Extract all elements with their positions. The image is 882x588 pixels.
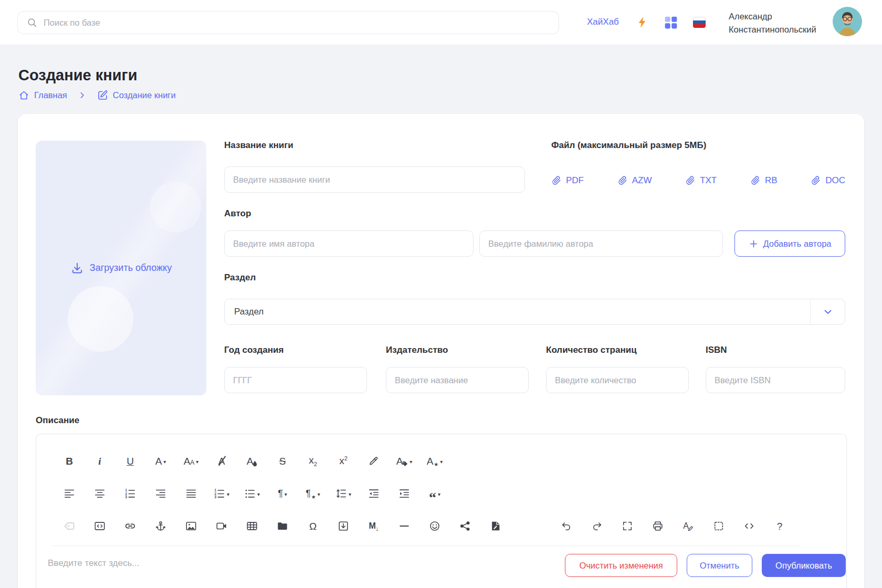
toolbar-file-download-button[interactable]	[328, 514, 359, 538]
section-select-chevron[interactable]	[810, 299, 845, 324]
toolbar-code-view-button[interactable]	[85, 514, 115, 538]
toolbar-fullscreen-button[interactable]	[612, 514, 643, 538]
paperclip-icon	[617, 175, 628, 186]
toolbar-help-button[interactable]: ?	[764, 514, 795, 538]
svg-text:3: 3	[214, 495, 216, 499]
clear-changes-button[interactable]: Очистить изменения	[565, 554, 677, 577]
author-last-name-input[interactable]	[479, 230, 723, 257]
toolbar-special-characters-button[interactable]: Ω	[298, 514, 328, 538]
toolbar-horizontal-rule-button[interactable]	[389, 514, 419, 538]
title-input[interactable]	[224, 166, 525, 193]
home-icon[interactable]	[18, 90, 29, 101]
editor-toolbar-row-1: BiUA▾AA▾AASx2x2A▾A★▾	[36, 445, 846, 477]
year-input[interactable]	[224, 367, 367, 393]
lightning-icon[interactable]	[636, 16, 649, 29]
file-format-rb-link[interactable]: RB	[750, 175, 778, 186]
toolbar-align-center-button[interactable]	[85, 481, 115, 506]
toolbar-anchor-button[interactable]	[145, 514, 176, 538]
search-icon	[26, 17, 38, 28]
section-select[interactable]: Раздел	[224, 299, 845, 325]
toolbar-ordered-list-button[interactable]: 123▾	[206, 481, 237, 506]
section-select-value: Раздел	[225, 307, 810, 317]
cover-upload-area[interactable]: Загрузить обложку	[36, 141, 206, 395]
cancel-button[interactable]: Отменить	[687, 554, 752, 577]
language-flag-icon[interactable]	[693, 17, 706, 28]
toolbar-font-size-button[interactable]: AA▾	[176, 449, 206, 473]
toolbar-select-all-button[interactable]	[704, 514, 734, 538]
toolbar-bold-button[interactable]: B	[54, 449, 85, 473]
toolbar-inline-class-button[interactable]: A▾	[389, 449, 419, 473]
toolbar-markdown-button[interactable]: M↓	[359, 514, 389, 538]
toolbar-superscript-button[interactable]: x2	[328, 449, 359, 473]
toolbar-insert-video-button[interactable]	[206, 514, 237, 538]
toolbar-underline-button[interactable]: U	[115, 449, 145, 473]
isbn-label: ISBN	[706, 345, 727, 355]
author-label: Автор	[224, 208, 251, 219]
toolbar-insert-link-button[interactable]	[115, 514, 145, 538]
toolbar-ordered-list-simple-button[interactable]: 123	[115, 481, 145, 506]
toolbar-font-family-button[interactable]: A▾	[145, 449, 176, 473]
chevron-right-icon	[78, 91, 86, 99]
editor-text-area[interactable]: Введите текст здесь...	[48, 558, 139, 569]
editor-toolbar-row-2: 123123▾▾¶▾¶★▾▾“▾	[36, 477, 846, 510]
toolbar-inline-style-button[interactable]: A★▾	[419, 449, 450, 473]
toolbar-text-color-button[interactable]: A	[237, 449, 267, 473]
toolbar-undo-button[interactable]	[551, 514, 582, 538]
toolbar-share-button[interactable]	[450, 514, 480, 538]
toolbar-align-justify-button[interactable]	[176, 481, 206, 506]
toolbar-code-button[interactable]	[734, 514, 764, 538]
search-input[interactable]	[17, 11, 559, 34]
author-first-name-input[interactable]	[224, 230, 474, 257]
description-editor: BiUA▾AA▾AASx2x2A▾A★▾ 123123▾▾¶▾¶★▾▾“▾ ΩM…	[36, 434, 847, 588]
topbar: ХайХаб Александр Константинопольский	[0, 0, 882, 45]
year-label: Год создания	[224, 345, 284, 355]
toolbar-quote-button[interactable]: “▾	[419, 481, 450, 506]
apps-grid-icon[interactable]	[664, 16, 678, 29]
add-author-button[interactable]: Добавить автора	[734, 230, 845, 257]
toolbar-strikethrough-button[interactable]: S	[267, 449, 298, 473]
toolbar-draft-button[interactable]	[480, 514, 511, 538]
breadcrumb-current[interactable]: Создание книги	[113, 90, 176, 100]
toolbar-paragraph-format-button[interactable]: ¶▾	[267, 481, 298, 506]
upload-cover-icon	[70, 261, 84, 275]
author-row: Добавить автора	[224, 230, 845, 257]
toolbar-insert-table-button[interactable]	[237, 514, 267, 538]
toolbar-outdent-button[interactable]	[359, 481, 389, 506]
pages-count-label: Количество страниц	[546, 345, 637, 355]
breadcrumb-home-link[interactable]: Главная	[34, 90, 67, 100]
file-format-pdf-link[interactable]: PDF	[551, 175, 584, 186]
publisher-label: Издательство	[386, 345, 448, 355]
paperclip-icon	[685, 175, 696, 186]
avatar[interactable]	[833, 7, 862, 36]
toolbar-line-height-button[interactable]: ▾	[328, 481, 359, 506]
pages-count-input[interactable]	[546, 367, 689, 393]
toolbar-clear-formatting-button[interactable]: A	[206, 449, 237, 473]
publish-button[interactable]: Опубликовать	[762, 554, 846, 577]
brand-link[interactable]: ХайХаб	[587, 17, 619, 27]
isbn-input[interactable]	[706, 367, 845, 393]
toolbar-spell-check-button[interactable]: A	[673, 514, 704, 538]
toolbar-subscript-button[interactable]: x2	[298, 449, 328, 473]
toolbar-align-right-button[interactable]	[145, 481, 176, 506]
toolbar-highlight-button[interactable]	[359, 449, 389, 473]
file-format-doc-link[interactable]: DOC	[811, 175, 845, 186]
file-format-azw-link[interactable]: AZW	[617, 175, 652, 186]
toolbar-unordered-list-button[interactable]: ▾	[237, 481, 267, 506]
toolbar-tag-button[interactable]	[54, 514, 85, 538]
toolbar-file-manager-button[interactable]	[267, 514, 298, 538]
toolbar-align-left-button[interactable]	[54, 481, 85, 506]
toolbar-indent-button[interactable]	[389, 481, 419, 506]
toolbar-redo-button[interactable]	[582, 514, 612, 538]
chevron-down-icon	[823, 307, 833, 317]
toolbar-insert-image-button[interactable]	[176, 514, 206, 538]
toolbar-italic-button[interactable]: i	[85, 449, 115, 473]
toolbar-print-button[interactable]	[643, 514, 673, 538]
publisher-input[interactable]	[386, 367, 529, 393]
toolbar-paragraph-style-button[interactable]: ¶★▾	[298, 481, 328, 506]
search-field[interactable]	[44, 18, 550, 28]
edit-square-icon	[97, 90, 108, 101]
file-format-txt-link[interactable]: TXT	[685, 175, 717, 186]
cover-upload-label: Загрузить обложку	[90, 262, 172, 274]
user-first-name: Александр	[729, 10, 826, 23]
toolbar-emoticons-button[interactable]	[419, 514, 450, 538]
